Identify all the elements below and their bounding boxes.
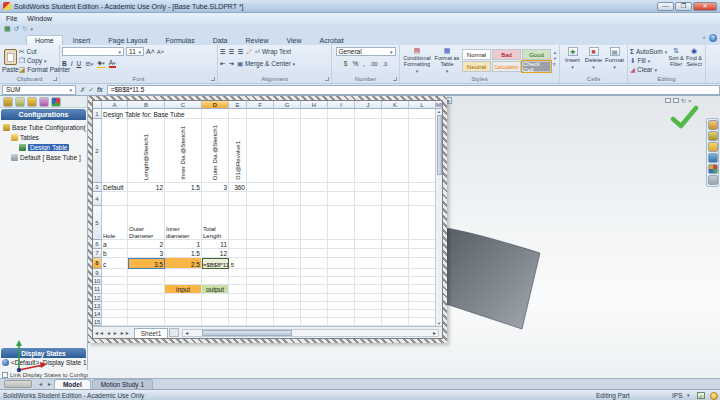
cell-I8[interactable] <box>328 258 355 269</box>
underline-button[interactable]: U <box>77 60 82 67</box>
bold-button[interactable]: B <box>62 60 67 67</box>
custom-properties-icon[interactable] <box>708 175 718 185</box>
cell-B5[interactable]: Outer Diameter <box>128 206 165 240</box>
cell-E3[interactable]: 360 <box>229 183 247 192</box>
cell-F15[interactable] <box>247 318 274 326</box>
cell-A13[interactable] <box>102 302 128 310</box>
cell-I1[interactable] <box>328 109 355 119</box>
font-dialog-launcher[interactable] <box>211 77 215 81</box>
cell-I14[interactable] <box>328 310 355 318</box>
clear-button[interactable]: ◢Clear▾ <box>630 65 667 74</box>
cell-G7[interactable] <box>274 249 301 258</box>
cell-H7[interactable] <box>301 249 328 258</box>
cell-H1[interactable] <box>301 109 328 119</box>
cell-C5[interactable]: Inner diameter <box>165 206 202 240</box>
cell-A14[interactable] <box>102 310 128 318</box>
cell-I6[interactable] <box>328 240 355 249</box>
units-label[interactable]: IPS <box>672 392 682 399</box>
cell-H4[interactable] <box>301 192 328 206</box>
column-header-B[interactable]: B <box>128 101 165 109</box>
borders-icon[interactable]: ⊞▾ <box>85 60 93 68</box>
part-model[interactable] <box>436 220 554 335</box>
format-as-table-button[interactable]: ▦ Format as Table▾ <box>434 47 460 74</box>
format-cells-button[interactable]: ▤ Format▾ <box>604 47 625 74</box>
cell-A1[interactable]: Design Table for: Base Tube <box>102 109 128 119</box>
row-header-9[interactable]: 9 <box>93 269 102 277</box>
cell-D6[interactable]: 11 <box>202 240 229 249</box>
cell-J5[interactable] <box>355 206 382 240</box>
italic-button[interactable]: I <box>71 60 73 67</box>
cell-B6[interactable]: 2 <box>128 240 165 249</box>
cell-C12[interactable] <box>165 294 202 302</box>
cell-K6[interactable] <box>382 240 409 249</box>
cell-F1[interactable] <box>247 109 274 119</box>
cell-D8[interactable]: =$B$8*11.5 <box>202 258 229 269</box>
orientation-icon[interactable]: ⤢ <box>246 48 251 56</box>
column-header-I[interactable]: I <box>328 101 355 109</box>
qat-dropdown-icon[interactable]: ▾ <box>31 26 34 32</box>
gallery-up-icon[interactable]: ▲ <box>553 50 557 55</box>
cell-F14[interactable] <box>247 310 274 318</box>
cell-D4[interactable] <box>202 192 229 206</box>
cell-L15[interactable] <box>409 318 436 326</box>
cell-E9[interactable] <box>229 269 247 277</box>
cell-L2[interactable] <box>409 119 436 183</box>
row-header-7[interactable]: 7 <box>93 249 102 258</box>
tab-page-layout[interactable]: Page Layout <box>100 36 155 45</box>
scroll-left-icon[interactable]: ◄ <box>183 330 190 336</box>
cell-F7[interactable] <box>247 249 274 258</box>
cell-J11[interactable] <box>355 285 382 294</box>
cell-L1[interactable] <box>409 109 436 119</box>
cell-I15[interactable] <box>328 318 355 326</box>
last-sheet-icon[interactable]: ►► <box>119 330 131 336</box>
model-tabs-prev-icon[interactable]: ◄ <box>36 381 45 387</box>
cell-J1[interactable] <box>355 109 382 119</box>
decrease-indent-icon[interactable]: ⇤ <box>220 60 225 68</box>
column-header-A[interactable]: A <box>102 101 128 109</box>
cell-G4[interactable] <box>274 192 301 206</box>
find-select-button[interactable]: ◉ Find & Select <box>685 47 703 74</box>
row-header-5[interactable]: 5 <box>93 206 102 240</box>
cell-D10[interactable] <box>202 277 229 285</box>
link-display-states-checkbox[interactable] <box>2 372 8 378</box>
name-box[interactable]: SUM▾ <box>2 85 76 95</box>
cell-L6[interactable] <box>409 240 436 249</box>
cell-I12[interactable] <box>328 294 355 302</box>
cell-J9[interactable] <box>355 269 382 277</box>
cell-B8[interactable]: 3.5 <box>128 258 165 269</box>
prev-sheet-icon[interactable]: ◄ <box>105 330 112 336</box>
row-header-13[interactable]: 13 <box>93 302 102 310</box>
select-all-corner[interactable] <box>93 101 102 109</box>
cell-D3[interactable]: 3 <box>202 183 229 192</box>
cell-C4[interactable] <box>165 192 202 206</box>
cell-G13[interactable] <box>274 302 301 310</box>
cell-B10[interactable] <box>128 277 165 285</box>
insert-function-icon[interactable]: fx <box>97 86 103 93</box>
cell-A4[interactable] <box>102 192 128 206</box>
row-header-10[interactable]: 10 <box>93 277 102 285</box>
cell-L5[interactable] <box>409 206 436 240</box>
tab-view[interactable]: View <box>278 36 309 45</box>
configurationmanager-tab-icon[interactable] <box>27 97 37 107</box>
file-explorer-icon[interactable] <box>708 142 718 152</box>
comma-format-icon[interactable]: , <box>363 60 365 67</box>
gallery-more-icon[interactable]: ⊽ <box>553 62 557 67</box>
cell-I11[interactable] <box>328 285 355 294</box>
cell-I4[interactable] <box>328 192 355 206</box>
row-header-15[interactable]: 15 <box>93 318 102 326</box>
cell-H9[interactable] <box>301 269 328 277</box>
cell-K1[interactable] <box>382 109 409 119</box>
tree-item-root[interactable]: Base Tube Configuration(s) <box>1 122 86 132</box>
next-sheet-icon[interactable]: ► <box>112 330 119 336</box>
dimxpertmanager-tab-icon[interactable] <box>39 97 49 107</box>
cell-G8[interactable] <box>274 258 301 269</box>
cell-C13[interactable] <box>165 302 202 310</box>
maximize-button[interactable]: ❐ <box>675 2 692 11</box>
cell-D15[interactable] <box>202 318 229 326</box>
cell-L7[interactable] <box>409 249 436 258</box>
horizontal-scrollbar[interactable]: ◄ ► <box>182 329 439 337</box>
cell-L9[interactable] <box>409 269 436 277</box>
increase-decimal-icon[interactable]: .00 <box>370 61 378 67</box>
cell-F4[interactable] <box>247 192 274 206</box>
cell-D7[interactable]: 12 <box>202 249 229 258</box>
